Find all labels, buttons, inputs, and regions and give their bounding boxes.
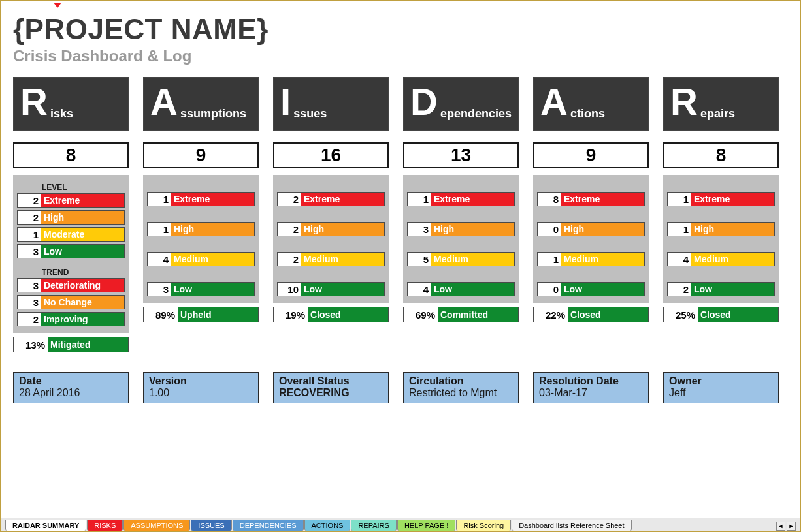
trend-label: TREND bbox=[17, 268, 125, 277]
header-issues: Issues bbox=[273, 77, 389, 131]
header-assumptions: Assumptions bbox=[143, 77, 259, 131]
level-row: 2Low bbox=[667, 282, 775, 296]
actions-pad: 8Extreme 0High 1Medium 0Low bbox=[533, 175, 649, 303]
info-version: Version1.00 bbox=[143, 372, 259, 403]
dashboard-sheet: {PROJECT NAME} Crisis Dashboard & Log R … bbox=[1, 1, 800, 403]
col-assumptions: Assumptions 9 1Extreme 1High 4Medium 3Lo… bbox=[143, 77, 259, 352]
risks-pad: LEVEL 2Extreme 2High 1Moderate 3Low TREN… bbox=[13, 175, 129, 333]
level-row: 2Extreme bbox=[277, 192, 385, 206]
col-issues: Issues 16 2Extreme 2High 2Medium 10Low 1… bbox=[273, 77, 389, 352]
level-row: 8Extreme bbox=[537, 192, 645, 206]
level-row: 2High bbox=[277, 222, 385, 236]
tab-dependencies[interactable]: DEPENDENCIES bbox=[233, 520, 304, 531]
status-assumptions: 89%Upheld bbox=[143, 307, 259, 322]
level-row: 2High bbox=[17, 210, 125, 225]
count-assumptions: 9 bbox=[143, 142, 259, 168]
word: isks bbox=[50, 107, 73, 121]
page-title: {PROJECT NAME} bbox=[13, 13, 788, 46]
sheet-tabs: RAIDAR SUMMARY RISKS ASSUMPTIONS ISSUES … bbox=[1, 518, 800, 531]
status-actions: 22%Closed bbox=[533, 307, 649, 322]
tab-repairs[interactable]: REPAIRS bbox=[351, 520, 396, 531]
info-owner: OwnerJeff bbox=[663, 372, 779, 403]
issues-pad: 2Extreme 2High 2Medium 10Low bbox=[273, 175, 389, 303]
info-resolution: Resolution Date03-Mar-17 bbox=[533, 372, 649, 403]
level-row: 1Extreme bbox=[147, 192, 255, 206]
status-dependencies: 69%Committed bbox=[403, 307, 519, 322]
level-row: 1High bbox=[147, 222, 255, 236]
info-date: Date28 April 2016 bbox=[13, 372, 129, 403]
level-label: LEVEL bbox=[17, 183, 125, 192]
level-row: 1Extreme bbox=[667, 192, 775, 206]
level-row: 2Medium bbox=[277, 252, 385, 266]
status-issues: 19%Closed bbox=[273, 307, 389, 322]
header-risks: R isks bbox=[13, 77, 129, 131]
scroll-left-icon[interactable]: ◄ bbox=[776, 522, 785, 531]
repairs-pad: 1Extreme 1High 4Medium 2Low bbox=[663, 175, 779, 303]
assumptions-pad: 1Extreme 1High 4Medium 3Low bbox=[143, 175, 259, 303]
count-repairs: 8 bbox=[663, 142, 779, 168]
info-circulation: CirculationRestricted to Mgmt bbox=[403, 372, 519, 403]
count-issues: 16 bbox=[273, 142, 389, 168]
level-row: 3Low bbox=[147, 282, 255, 296]
tab-raidar-summary[interactable]: RAIDAR SUMMARY bbox=[5, 520, 86, 531]
col-risks: R isks 8 LEVEL 2Extreme 2High 1Moderate … bbox=[13, 77, 129, 352]
tab-risk-scoring[interactable]: Risk Scoring bbox=[456, 520, 511, 531]
count-dependencies: 13 bbox=[403, 142, 519, 168]
info-row: Date28 April 2016 Version1.00 Overall St… bbox=[13, 372, 788, 403]
header-repairs: Repairs bbox=[663, 77, 779, 131]
tab-issues[interactable]: ISSUES bbox=[191, 520, 231, 531]
tab-help[interactable]: HELP PAGE ! bbox=[397, 520, 455, 531]
tab-risks[interactable]: RISKS bbox=[87, 520, 123, 531]
col-dependencies: Dependencies 13 1Extreme 3High 5Medium 4… bbox=[403, 77, 519, 352]
level-row: 0High bbox=[537, 222, 645, 236]
dependencies-pad: 1Extreme 3High 5Medium 4Low bbox=[403, 175, 519, 303]
level-row: 5Medium bbox=[407, 252, 515, 266]
header-actions: Actions bbox=[533, 77, 649, 131]
level-row: 1High bbox=[667, 222, 775, 236]
col-actions: Actions 9 8Extreme 0High 1Medium 0Low 22… bbox=[533, 77, 649, 352]
level-row: 4Medium bbox=[147, 252, 255, 266]
info-status: Overall StatusRECOVERING bbox=[273, 372, 389, 403]
tab-assumptions[interactable]: ASSUMPTIONS bbox=[123, 520, 190, 531]
tab-scroll-controls: ◄ ► bbox=[772, 522, 800, 531]
status-risks: 13%Mitigated bbox=[13, 337, 129, 352]
col-repairs: Repairs 8 1Extreme 1High 4Medium 2Low 25… bbox=[663, 77, 779, 352]
level-row: 3Low bbox=[17, 244, 125, 258]
level-row: 1Extreme bbox=[407, 192, 515, 206]
scroll-right-icon[interactable]: ► bbox=[787, 522, 796, 531]
tab-dashboard-lists[interactable]: Dashboard lists Reference Sheet bbox=[512, 520, 631, 531]
level-row: 4Low bbox=[407, 282, 515, 296]
header-dependencies: Dependencies bbox=[403, 77, 519, 131]
trend-row: 2Improving bbox=[17, 312, 125, 326]
level-row: 10Low bbox=[277, 282, 385, 296]
letter: R bbox=[20, 83, 48, 121]
page-subtitle: Crisis Dashboard & Log bbox=[13, 47, 788, 65]
trend-row: 3Deteriorating bbox=[17, 278, 125, 292]
count-risks: 8 bbox=[13, 142, 129, 168]
level-row: 0Low bbox=[537, 282, 645, 296]
tab-actions[interactable]: ACTIONS bbox=[304, 520, 351, 531]
level-row: 2Extreme bbox=[17, 193, 125, 208]
columns-container: R isks 8 LEVEL 2Extreme 2High 1Moderate … bbox=[13, 77, 788, 352]
level-row: 3High bbox=[407, 222, 515, 236]
count-actions: 9 bbox=[533, 142, 649, 168]
comment-indicator-icon bbox=[54, 3, 61, 8]
level-row: 4Medium bbox=[667, 252, 775, 266]
trend-row: 3No Change bbox=[17, 295, 125, 309]
level-row: 1Medium bbox=[537, 252, 645, 266]
status-repairs: 25%Closed bbox=[663, 307, 779, 322]
level-row: 1Moderate bbox=[17, 227, 125, 242]
